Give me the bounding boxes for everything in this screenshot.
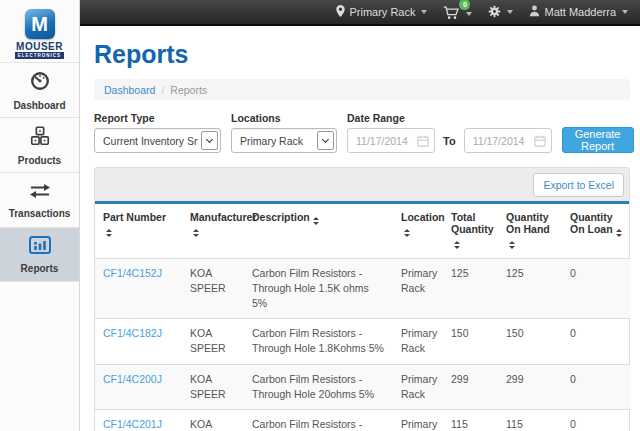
sort-icon xyxy=(404,229,410,237)
total-quantity-cell: 299 xyxy=(443,364,498,409)
sidebar-item-products[interactable]: Products xyxy=(0,117,79,172)
location-cell: Primary Rack xyxy=(393,364,443,409)
quantity-on-loan-cell: 0 xyxy=(562,319,630,364)
sort-icon xyxy=(313,217,319,225)
quantity-on-hand-cell: 125 xyxy=(498,258,562,319)
user-menu[interactable]: Matt Madderra xyxy=(529,5,628,19)
location-cell: Primary Rack xyxy=(393,258,443,319)
part-number-link[interactable]: CF1/4C200J xyxy=(103,373,162,385)
generate-report-button[interactable]: Generate Report xyxy=(562,127,634,153)
col-header-description[interactable]: Description xyxy=(244,204,393,258)
mouser-logo-subtitle: ELECTRONICS xyxy=(15,52,64,59)
cart-count-badge: 0 xyxy=(459,0,470,10)
sidebar-item-label: Dashboard xyxy=(13,100,65,111)
caret-down-icon xyxy=(466,12,472,16)
caret-down-icon xyxy=(421,10,427,14)
report-type-select[interactable]: Current Inventory Snapshot xyxy=(94,128,221,153)
report-filters: Report Type Current Inventory Snapshot L… xyxy=(94,112,630,153)
user-icon xyxy=(529,5,540,19)
caret-down-icon xyxy=(622,10,628,14)
col-header-part-number[interactable]: Part Number xyxy=(95,204,182,258)
breadcrumb-link-dashboard[interactable]: Dashboard xyxy=(104,84,155,96)
date-from-input[interactable]: 11/17/2014 xyxy=(347,128,435,153)
date-to-value: 11/17/2014 xyxy=(473,135,525,147)
description-cell: Carbon Film Resistors - Through Hole 1.8… xyxy=(244,319,393,364)
dashboard-gauge-icon xyxy=(29,70,51,96)
cart-dropdown[interactable]: 0 xyxy=(443,2,472,22)
breadcrumb-separator: / xyxy=(161,84,164,96)
export-to-excel-button[interactable]: Export to Excel xyxy=(533,173,624,197)
panel-header: Export to Excel xyxy=(95,168,629,201)
transactions-arrows-icon xyxy=(28,182,52,204)
sort-icon xyxy=(106,229,112,237)
sort-icon xyxy=(509,241,515,249)
table-row: CF1/4C182J KOA SPEER Carbon Film Resisto… xyxy=(95,319,630,364)
quantity-on-hand-cell: 150 xyxy=(498,319,562,364)
page-title: Reports xyxy=(94,40,630,69)
date-to-input[interactable]: 11/17/2014 xyxy=(464,128,552,153)
location-cell: Primary Rack xyxy=(393,410,443,431)
col-header-quantity-on-hand[interactable]: Quantity On Hand xyxy=(498,204,562,258)
manufacturer-cell: KOA SPEER xyxy=(182,319,244,364)
sidebar-item-label: Reports xyxy=(21,263,59,274)
sidebar-item-transactions[interactable]: Transactions xyxy=(0,172,79,227)
inventory-report-table: Part Number Manufacturer Description Loc… xyxy=(95,204,630,431)
sidebar-item-dashboard[interactable]: Dashboard xyxy=(0,62,79,117)
total-quantity-cell: 150 xyxy=(443,319,498,364)
mouser-logo-mark: M xyxy=(25,9,55,39)
date-range-label: Date Range xyxy=(347,112,552,124)
quantity-on-hand-cell: 299 xyxy=(498,364,562,409)
description-cell: Carbon Film Resistors - Through Hole 20o… xyxy=(244,364,393,409)
table-row: CF1/4C200J KOA SPEER Carbon Film Resisto… xyxy=(95,364,630,409)
location-dropdown[interactable]: Primary Rack xyxy=(336,5,427,19)
date-from-value: 11/17/2014 xyxy=(356,135,408,147)
part-number-link[interactable]: CF1/4C201J xyxy=(103,418,162,430)
topbar: Primary Rack 0 xyxy=(80,0,640,26)
sort-icon xyxy=(616,229,622,237)
mouser-logo-word: MOUSER xyxy=(16,42,63,52)
breadcrumb: Dashboard / Reports xyxy=(94,79,630,100)
reports-chart-icon xyxy=(28,235,52,259)
select-chevron-icon xyxy=(201,131,218,150)
gear-icon xyxy=(488,5,501,20)
col-header-manufacturer[interactable]: Manufacturer xyxy=(182,204,244,258)
table-row: CF1/4C152J KOA SPEER Carbon Film Resisto… xyxy=(95,258,630,319)
user-name-label: Matt Madderra xyxy=(544,6,616,18)
part-number-link[interactable]: CF1/4C182J xyxy=(103,327,162,339)
quantity-on-hand-cell: 115 xyxy=(498,410,562,431)
date-range-to-label: To xyxy=(443,135,456,147)
caret-down-icon xyxy=(507,10,513,14)
description-cell: Carbon Film Resistors - Through Hole 200… xyxy=(244,410,393,431)
manufacturer-cell: KOA SPEER xyxy=(182,258,244,319)
locations-value: Primary Rack xyxy=(240,135,303,147)
col-header-location[interactable]: Location xyxy=(393,204,443,258)
sidebar-item-label: Transactions xyxy=(9,208,71,219)
calendar-icon xyxy=(534,135,546,149)
sidebar: M MOUSER ELECTRONICS Dashboard xyxy=(0,0,80,431)
total-quantity-cell: 125 xyxy=(443,258,498,319)
locations-select[interactable]: Primary Rack xyxy=(231,128,337,153)
description-cell: Carbon Film Resistors - Through Hole 1.5… xyxy=(244,258,393,319)
app-window: M MOUSER ELECTRONICS Dashboard xyxy=(0,0,640,431)
total-quantity-cell: 115 xyxy=(443,410,498,431)
settings-dropdown[interactable] xyxy=(488,5,513,20)
location-cell: Primary Rack xyxy=(393,319,443,364)
manufacturer-cell: KOA SPEER xyxy=(182,410,244,431)
location-label: Primary Rack xyxy=(349,6,415,18)
part-number-link[interactable]: CF1/4C152J xyxy=(103,267,162,279)
mouser-logo[interactable]: M MOUSER ELECTRONICS xyxy=(0,0,79,62)
cart-icon xyxy=(443,6,460,22)
locations-label: Locations xyxy=(231,112,337,124)
quantity-on-loan-cell: 0 xyxy=(562,364,630,409)
sidebar-item-reports[interactable]: Reports xyxy=(0,227,79,282)
table-row: CF1/4C201J KOA SPEER Carbon Film Resisto… xyxy=(95,410,630,431)
sort-icon xyxy=(454,241,460,249)
sidebar-item-label: Products xyxy=(18,155,61,166)
col-header-total-quantity[interactable]: Total Quantity xyxy=(443,204,498,258)
calendar-icon xyxy=(417,135,429,149)
report-results-panel: Export to Excel Part Number Manufacturer… xyxy=(94,167,630,431)
location-pin-icon xyxy=(336,5,345,19)
col-header-quantity-on-loan[interactable]: Quantity On Loan xyxy=(562,204,630,258)
products-boxes-icon xyxy=(29,125,51,151)
report-type-value: Current Inventory Snapshot xyxy=(103,135,198,147)
